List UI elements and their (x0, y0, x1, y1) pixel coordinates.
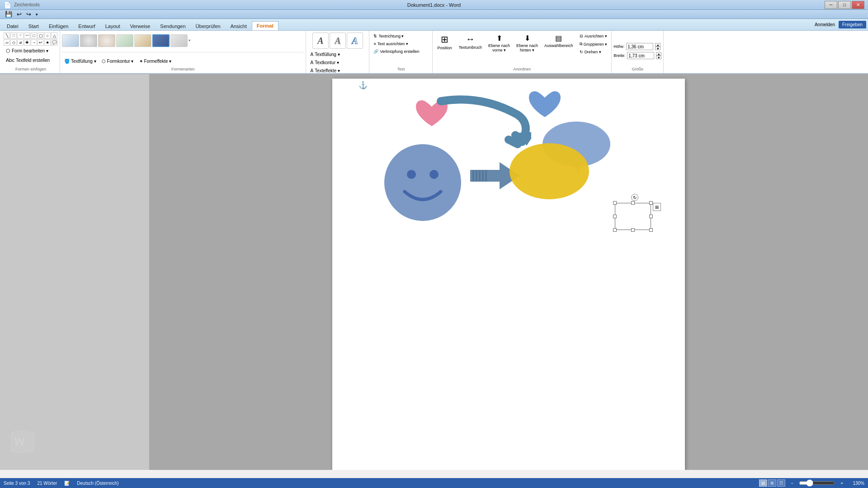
smiley-face-shape[interactable] (382, 142, 463, 224)
save-qat-button[interactable]: 💾 (4, 10, 14, 18)
wordart-style-3[interactable]: A (347, 33, 363, 49)
redo-button[interactable]: ↪ (25, 10, 33, 18)
formeffekte-icon: ✦ (139, 59, 143, 64)
tab-start[interactable]: Start (24, 22, 44, 30)
zoom-out-button[interactable]: − (789, 481, 795, 486)
rect-tool[interactable]: □ (31, 33, 37, 39)
tab-sendungen[interactable]: Sendungen (155, 22, 190, 30)
freeform-tool[interactable]: 〰 (24, 33, 30, 39)
web-view-button[interactable]: ⊞ (768, 479, 776, 487)
minimize-button[interactable]: ─ (825, 1, 837, 9)
triangle-tool[interactable]: △ (51, 33, 57, 39)
zoom-level[interactable]: 130% (849, 481, 864, 486)
read-view-button[interactable]: ☷ (777, 479, 785, 487)
language[interactable]: Deutsch (Österreich) (77, 481, 118, 486)
textumbruch-button[interactable]: ↔ Textumbruch (456, 33, 484, 51)
arc-tool[interactable]: ◜ (17, 33, 24, 39)
gruppieren-button[interactable]: ⧉ Gruppieren ▾ (577, 40, 610, 48)
position-button[interactable]: ⊞ Position (434, 33, 454, 52)
form-bearbeiten-button[interactable]: ⬡ Form bearbeiten ▾ (4, 47, 51, 55)
svg-rect-10 (479, 170, 481, 182)
maximize-button[interactable]: □ (838, 1, 851, 9)
hoehe-down-button[interactable]: ▼ (655, 47, 660, 50)
handle-tl[interactable] (613, 201, 617, 205)
document-area[interactable]: ⚓ (149, 74, 868, 470)
page-info: Seite 3 von 3 (4, 481, 30, 486)
style-swatch-3[interactable] (98, 34, 115, 47)
expand-styles-icon[interactable]: ▾ (189, 38, 190, 42)
callout-tool[interactable]: 💬 (51, 39, 57, 46)
breite-down-button[interactable]: ▼ (656, 56, 661, 59)
handle-tc[interactable] (631, 201, 635, 205)
style-swatch-6[interactable] (152, 34, 170, 47)
tab-format[interactable]: Format (252, 21, 278, 30)
handle-tr[interactable] (649, 201, 653, 205)
wordart-style-2[interactable]: A (330, 33, 346, 49)
tab-ansicht[interactable]: Ansicht (226, 22, 252, 30)
cylinder-tool[interactable]: ⌀ (17, 39, 24, 46)
style-swatch-4[interactable] (116, 34, 133, 47)
tab-ueberpruefen[interactable]: Überprüfen (191, 22, 226, 30)
tab-einfuegen[interactable]: Einfügen (44, 22, 73, 30)
ebene-hinten-button[interactable]: ⬇ Ebene nachhinten ▾ (514, 33, 540, 54)
breite-input[interactable] (627, 52, 654, 59)
hoehe-input[interactable] (626, 43, 653, 50)
drehen-button[interactable]: ↻ Drehen ▾ (577, 48, 610, 56)
verknuepfung-button[interactable]: 🔗 Verknüpfung erstellen (371, 48, 421, 55)
print-view-button[interactable]: ▤ (759, 479, 767, 487)
text-ausrichten-button[interactable]: ≡ Text ausrichten ▾ (371, 40, 410, 47)
handle-bl[interactable] (613, 228, 617, 232)
handle-mr[interactable] (649, 215, 653, 218)
ellipse-tool[interactable]: ○ (44, 33, 51, 39)
tab-entwurf[interactable]: Entwurf (73, 22, 100, 30)
style-swatch-1[interactable] (62, 34, 79, 47)
textfuellung-button[interactable]: A Textfüllung ▾ (308, 51, 367, 58)
style-swatch-2[interactable] (80, 34, 97, 47)
texteffekte-button[interactable]: A Texteffekte ▾ (308, 67, 367, 75)
line-tool[interactable]: ╲ (4, 33, 10, 39)
cross-tool[interactable]: ✚ (24, 39, 30, 46)
diamond-tool[interactable]: ◇ (10, 39, 17, 46)
zoom-slider[interactable] (799, 481, 835, 485)
fuelleffekt-button[interactable]: 🪣 Textfüllung ▾ (62, 57, 99, 65)
tab-verweise[interactable]: Verweise (125, 22, 156, 30)
hoehe-up-button[interactable]: ▲ (655, 43, 660, 47)
arrow-tool[interactable]: → (31, 39, 37, 46)
textrichtung-button[interactable]: ⇅ Textrichtung ▾ (371, 33, 406, 40)
handle-ml[interactable] (613, 215, 617, 218)
text-ausrichten-icon: ≡ (373, 42, 376, 46)
heart-tool[interactable]: ♡ (10, 33, 17, 39)
handle-br[interactable] (649, 228, 653, 232)
tab-layout[interactable]: Layout (100, 22, 125, 30)
layout-options-button[interactable]: ⊞ (653, 203, 661, 211)
ausrichten-button[interactable]: ⊟ Ausrichten ▾ (577, 33, 610, 40)
auswahlbereich-button[interactable]: ▤ Auswahlbereich (542, 33, 576, 49)
formkontur-icon: ⬡ (102, 59, 106, 64)
star-tool[interactable]: ★ (44, 39, 51, 46)
zoom-in-button[interactable]: + (839, 481, 845, 486)
handle-bc[interactable] (631, 228, 635, 232)
ebene-vorne-button[interactable]: ⬆ Ebene nachvorne ▾ (486, 33, 512, 54)
breite-up-button[interactable]: ▲ (656, 52, 661, 56)
round-rect-tool[interactable]: ▢ (38, 33, 44, 39)
close-button[interactable]: ✕ (852, 1, 864, 9)
freigeben-button[interactable]: Freigeben (839, 21, 866, 28)
formkontur-button[interactable]: ⬡ Formkontur ▾ (99, 57, 136, 65)
textfeld-erstellen-button[interactable]: Abc Textfeld erstellen (4, 56, 52, 64)
tab-datei[interactable]: Datei (2, 22, 24, 30)
style-swatch-5[interactable] (134, 34, 151, 47)
proofread-icon[interactable]: 📝 (64, 481, 70, 486)
parallelogram-tool[interactable]: ▱ (4, 39, 10, 46)
style-swatch-7[interactable] (170, 34, 188, 47)
yellow-ellipse-shape[interactable] (509, 142, 590, 202)
anmelden-button[interactable]: Anmelden (811, 21, 839, 28)
formeffekte-button[interactable]: ✦ Formeffekte ▾ (137, 57, 174, 65)
textkontur-button[interactable]: A Textkontur ▾ (308, 59, 367, 66)
svg-point-6 (429, 170, 439, 179)
curved-arrow-tool[interactable]: ↩ (38, 39, 44, 46)
qat-more-button[interactable]: ▾ (34, 12, 39, 17)
wordart-style-1[interactable]: A (312, 33, 329, 49)
undo-button[interactable]: ↩ (15, 10, 23, 18)
selected-shape[interactable]: ↻ ⊞ (615, 203, 651, 230)
rotation-handle[interactable]: ↻ (631, 194, 638, 201)
